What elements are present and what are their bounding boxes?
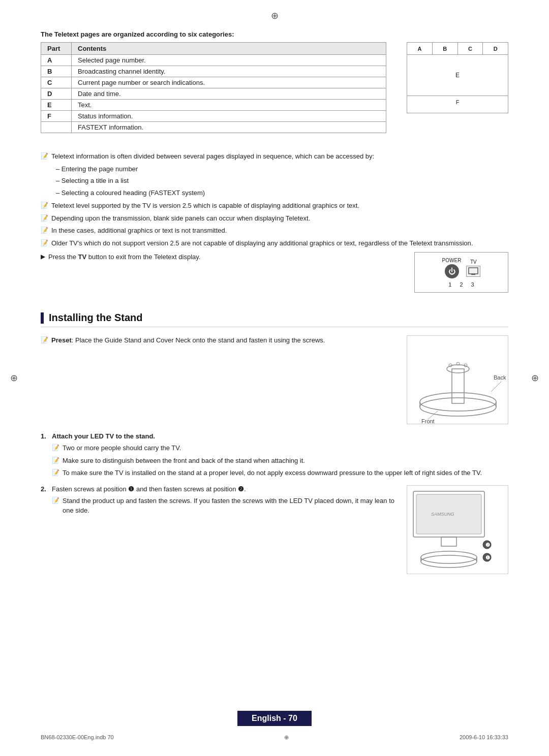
content-b: Broadcasting channel identity. <box>72 66 386 77</box>
press-note-layout: ▶ Press the TV button to exit from the T… <box>41 252 508 298</box>
tv-button-diagram: POWER ⏻ TV 1 2 <box>414 252 508 293</box>
svg-line-11 <box>491 382 501 392</box>
table-row: B Broadcasting channel identity. <box>41 66 386 77</box>
svg-text:Back: Back <box>494 374 506 381</box>
svg-point-2 <box>420 393 496 411</box>
teletext-header: The Teletext pages are organized accordi… <box>41 30 508 38</box>
sub-note-3: Selecting a coloured heading (FASTEXT sy… <box>56 188 508 198</box>
svg-text:SAMSUNG: SAMSUNG <box>431 512 454 517</box>
note-text-2: Teletext level supported by the TV is ve… <box>51 201 359 211</box>
content-e: Text. <box>72 100 386 111</box>
section-title: Installing the Stand <box>49 312 142 324</box>
note-row-5: 📝 Older TV's which do not support versio… <box>41 238 508 248</box>
teletext-table: Part Contents A Selected page number. B … <box>41 42 386 133</box>
power-button-icon: ⏻ <box>445 264 459 278</box>
stand-diagram-box: Back Front <box>407 335 508 424</box>
step2-note-text-1: Stand the product up and fasten the scre… <box>63 496 396 516</box>
step2-notes: 📝 Stand the product up and fasten the sc… <box>52 496 396 516</box>
col-part: Part <box>41 43 72 55</box>
section-heading: Installing the Stand <box>41 312 508 327</box>
note-text-3: Depending upon the transmission, blank s… <box>51 213 310 224</box>
content-a: Selected page number. <box>72 55 386 66</box>
note-icon-1: 📝 <box>41 151 48 161</box>
table-row: C Current page number or search indicati… <box>41 77 386 88</box>
content-c: Current page number or search indication… <box>72 77 386 88</box>
notes-section: 📝 Teletext information is often divided … <box>41 151 508 298</box>
tv-stand-diagram: ❷ ❶ SAMSUNG <box>407 485 508 574</box>
power-label: POWER <box>442 258 462 263</box>
table-row: F Status information. <box>41 111 386 122</box>
preset-icon: 📝 <box>41 335 48 344</box>
stand-diagram-container: Back Front <box>407 335 508 424</box>
note-row-3: 📝 Depending upon the transmission, blank… <box>41 213 508 224</box>
step2-header: 2. Fasten screws at position ❶ and then … <box>41 485 396 493</box>
note-text-1: Teletext information is often divided be… <box>51 151 374 162</box>
part-fastext <box>41 122 72 133</box>
part-d: D <box>41 88 72 100</box>
tv-btn-group: TV <box>466 259 480 277</box>
diagram-label-e: E <box>455 72 460 79</box>
tv-stand-image-container: ❷ ❶ SAMSUNG <box>407 485 508 574</box>
note-row-4: 📝 In these cases, additional graphics or… <box>41 226 508 236</box>
note-row-2: 📝 Teletext level supported by the TV is … <box>41 201 508 211</box>
content-d: Date and time. <box>72 88 386 100</box>
step1-section: 1. Attach your LED TV to the stand. 📝 Tw… <box>41 432 508 478</box>
stand-install-text: 📝 Preset: Place the Guide Stand and Cove… <box>41 335 396 424</box>
step2-number: 2. <box>41 485 48 493</box>
table-row: E Text. <box>41 100 386 111</box>
sub-note-text-2: Selecting a title in a list <box>62 177 129 184</box>
step1-notes: 📝 Two or more people should carry the TV… <box>52 443 508 478</box>
note-row-1: 📝 Teletext information is often divided … <box>41 151 508 162</box>
stand-svg: Back Front <box>407 336 508 424</box>
step1-note-icon-1: 📝 <box>52 443 59 452</box>
step2-title: Fasten screws at position ❶ and then fas… <box>52 485 246 493</box>
step1-note-text-3: To make sure the TV is installed on the … <box>63 468 482 478</box>
diagram-box: A B C D E F <box>407 42 508 113</box>
col-contents: Contents <box>72 43 386 55</box>
tv-btn-row: POWER ⏻ TV <box>442 258 481 278</box>
part-b: B <box>41 66 72 77</box>
preset-note-row: 📝 Preset: Place the Guide Stand and Cove… <box>41 335 396 345</box>
diagram-label-f: F <box>456 99 460 105</box>
svg-text:❷: ❷ <box>485 542 490 548</box>
svg-text:Front: Front <box>421 418 435 424</box>
svg-text:❶: ❶ <box>485 555 490 560</box>
table-row: D Date and time. <box>41 88 386 100</box>
section-bar <box>41 312 44 324</box>
teletext-diagram: A B C D E F <box>407 42 508 141</box>
step2-note-icon-1: 📝 <box>52 496 59 505</box>
content-f: Status information. <box>72 111 386 122</box>
press-note-row: ▶ Press the TV button to exit from the T… <box>41 252 404 262</box>
stand-install-layout: 📝 Preset: Place the Guide Stand and Cove… <box>41 335 508 424</box>
teletext-table-section: Part Contents A Selected page number. B … <box>41 42 386 141</box>
svg-rect-17 <box>441 537 456 546</box>
crosshair-top-icon: ⊕ <box>271 10 279 21</box>
sub-note-1: Entering the page number <box>56 164 508 174</box>
table-row: A Selected page number. <box>41 55 386 66</box>
footer-right-text: 2009-6-10 16:33:33 <box>460 734 508 741</box>
part-f: F <box>41 111 72 122</box>
diagram-label-c: C <box>458 43 483 54</box>
note-icon-4: 📝 <box>41 226 48 235</box>
reminder-icon: ▶ <box>41 252 45 261</box>
step2-layout: 2. Fasten screws at position ❶ and then … <box>41 485 508 574</box>
svg-rect-1 <box>471 274 475 275</box>
note-icon-2: 📝 <box>41 201 48 210</box>
diagram-label-d: D <box>483 43 508 54</box>
step1-note-2: 📝 Make sure to distinguish between the f… <box>52 456 508 466</box>
note-icon-5: 📝 <box>41 238 48 247</box>
step1-note-icon-3: 📝 <box>52 468 59 477</box>
note-text-4: In these cases, additional graphics or t… <box>51 226 227 236</box>
part-e: E <box>41 100 72 111</box>
btn-num-3: 3 <box>471 281 474 288</box>
teletext-layout: Part Contents A Selected page number. B … <box>41 42 508 141</box>
diagram-label-b: B <box>433 43 458 54</box>
footer-bottom: BN68-02330E-00Eng.indb 70 ⊕ 2009-6-10 16… <box>0 734 549 741</box>
page-footer: English - 70 BN68-02330E-00Eng.indb 70 ⊕… <box>0 711 549 741</box>
step1-header: 1. Attach your LED TV to the stand. <box>41 432 508 440</box>
tv-button-icon <box>466 266 480 277</box>
svg-rect-0 <box>469 268 478 274</box>
preset-note-text: Preset: Place the Guide Stand and Cover … <box>51 335 325 345</box>
note-text-5: Older TV's which do not support version … <box>51 238 473 248</box>
step1-note-text-2: Make sure to distinguish between the fro… <box>63 456 305 466</box>
